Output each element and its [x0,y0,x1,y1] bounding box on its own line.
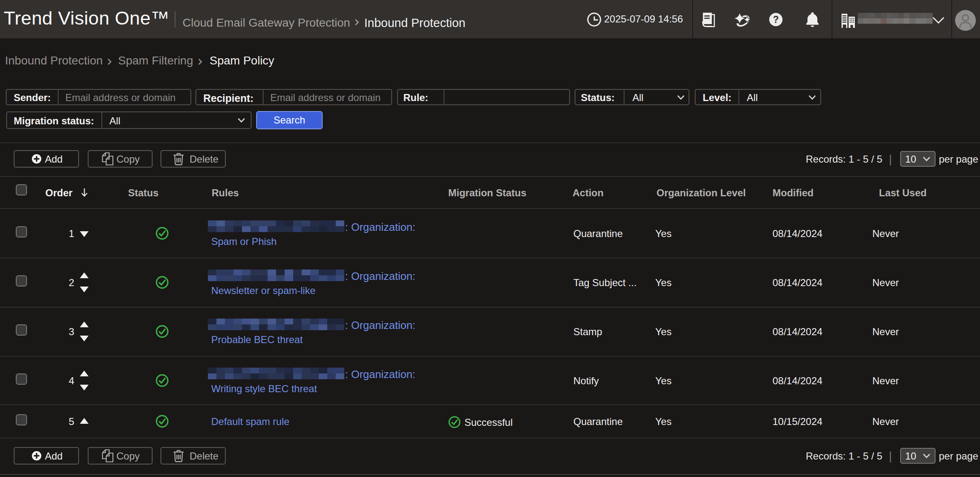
svg-text:?: ? [773,14,779,25]
